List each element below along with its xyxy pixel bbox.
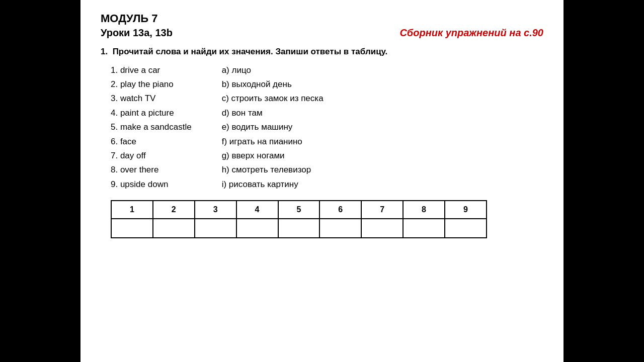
table-answer-cell bbox=[403, 219, 445, 238]
word-list-section: 1. drive a car2. play the piano3. watch … bbox=[101, 64, 543, 191]
table-header-cell: 2 bbox=[153, 201, 195, 219]
left-list-item: 8. over there bbox=[111, 163, 192, 176]
left-list: 1. drive a car2. play the piano3. watch … bbox=[111, 64, 192, 191]
subtitle-red: Сборник упражнений на с.90 bbox=[399, 27, 543, 39]
right-list-item: d) вон там bbox=[222, 107, 324, 120]
table-header-row: 123456789 bbox=[111, 201, 487, 219]
right-list: a) лицоb) выходной деньc) строить замок … bbox=[222, 64, 324, 191]
left-list-item: 6. face bbox=[111, 135, 192, 148]
table-answer-cell bbox=[278, 219, 320, 238]
module-title: МОДУЛЬ 7 bbox=[101, 12, 543, 25]
right-list-item: g) вверх ногами bbox=[222, 149, 324, 162]
table-header-cell: 4 bbox=[236, 201, 278, 219]
black-bar-right bbox=[564, 0, 644, 362]
left-list-item: 3. watch TV bbox=[111, 92, 192, 105]
table-answer-cell bbox=[361, 219, 403, 238]
table-header-cell: 9 bbox=[445, 201, 487, 219]
black-bar-left bbox=[0, 0, 80, 362]
table-answer-cell bbox=[319, 219, 361, 238]
table-answer-cell bbox=[153, 219, 195, 238]
right-list-item: b) выходной день bbox=[222, 78, 324, 91]
exercise-title: 1. Прочитай слова и найди их значения. З… bbox=[101, 46, 543, 58]
table-header-cell: 8 bbox=[403, 201, 445, 219]
table-answer-cell bbox=[195, 219, 236, 238]
lesson-header: Уроки 13а, 13b Сборник упражнений на с.9… bbox=[101, 27, 543, 39]
left-list-item: 7. day off bbox=[111, 149, 192, 162]
left-list-item: 1. drive a car bbox=[111, 64, 192, 77]
exercise-instruction: Прочитай слова и найди их значения. Запи… bbox=[113, 47, 388, 56]
left-list-item: 2. play the piano bbox=[111, 78, 192, 91]
table-answer-cell bbox=[445, 219, 487, 238]
answer-table: 123456789 bbox=[111, 200, 487, 238]
table-header-cell: 1 bbox=[111, 201, 153, 219]
lesson-title: Уроки 13а, 13b bbox=[101, 27, 173, 39]
table-header-cell: 5 bbox=[278, 201, 320, 219]
table-header-cell: 6 bbox=[319, 201, 361, 219]
table-header-cell: 3 bbox=[195, 201, 236, 219]
left-list-item: 4. paint a picture bbox=[111, 107, 192, 120]
left-list-item: 5. make a sandcastle bbox=[111, 121, 192, 134]
left-list-item: 9. upside down bbox=[111, 178, 192, 191]
right-list-item: h) смотреть телевизор bbox=[222, 163, 324, 176]
content-area: МОДУЛЬ 7 Уроки 13а, 13b Сборник упражнен… bbox=[80, 0, 564, 362]
table-answer-row bbox=[111, 219, 487, 238]
right-list-item: i) рисовать картину bbox=[222, 178, 324, 191]
right-list-item: a) лицо bbox=[222, 64, 324, 77]
table-answer-cell bbox=[236, 219, 278, 238]
right-list-item: c) строить замок из песка bbox=[222, 92, 324, 105]
right-list-item: e) водить машину bbox=[222, 121, 324, 134]
exercise-number: 1. bbox=[101, 47, 108, 56]
right-list-item: f) играть на пианино bbox=[222, 135, 324, 148]
table-header-cell: 7 bbox=[361, 201, 403, 219]
table-answer-cell bbox=[111, 219, 153, 238]
